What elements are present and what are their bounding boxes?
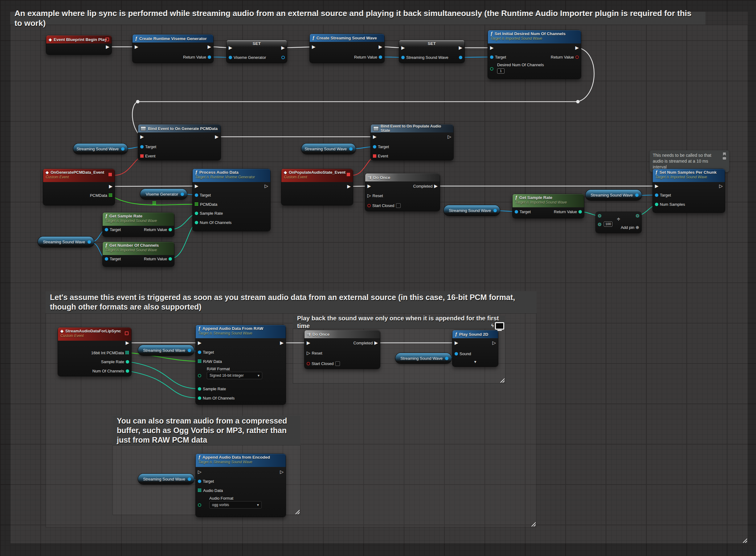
exec-out-pin[interactable]: ▶: [280, 340, 284, 346]
add-pin-button[interactable]: ⊕Add pin: [621, 224, 639, 231]
pin-return-value[interactable]: Return Value: [144, 256, 172, 262]
pin-sample-rate[interactable]: Sample Rate: [195, 210, 223, 216]
exec-out-pin[interactable]: ▶: [207, 44, 211, 50]
exec-in-pin[interactable]: ▶: [455, 340, 458, 346]
pin-target[interactable]: Target: [105, 227, 121, 233]
object-pin-icon[interactable]: [445, 357, 449, 360]
object-pin-icon[interactable]: [121, 147, 125, 151]
pin-raw-format[interactable]: [198, 373, 201, 379]
pin-num-samples[interactable]: Num Samples: [655, 201, 685, 207]
pin-target[interactable]: Target: [140, 143, 156, 150]
pin-raw-data[interactable]: RAW Data: [198, 358, 222, 364]
pin-num-of-channels[interactable]: Num Of Channels: [195, 219, 231, 225]
exec-in-pin[interactable]: ▶: [229, 45, 232, 51]
node-set-num-samples-per-chunk[interactable]: ƒSet Num Samples Per Chunk Target is Imp…: [653, 169, 725, 213]
exec-out-pin[interactable]: ▶: [347, 183, 351, 189]
pin-sample-rate[interactable]: Sample Rate: [198, 386, 226, 392]
variable-streaming-sound-wave[interactable]: Streaming Sound Wave: [301, 143, 356, 154]
divide-input-b-pin[interactable]: [598, 221, 601, 227]
pin-target[interactable]: Target: [105, 256, 121, 262]
exec-in-pin[interactable]: ▷: [198, 469, 202, 475]
raw-format-dropdown[interactable]: Signed 16-bit integer▾: [207, 372, 262, 379]
node-set-streaming-sound-wave[interactable]: SET ▶ ▶ Streaming Sound Wave: [399, 40, 464, 63]
object-pin-icon[interactable]: [635, 194, 638, 197]
node-streamaudiodataforlipsync-event[interactable]: ◈StreamAudioDataForLipSync Custom Event …: [58, 327, 131, 376]
divide-input-a-pin[interactable]: [598, 213, 601, 219]
exec-out-pin[interactable]: ▷: [719, 183, 723, 189]
pin-start-closed[interactable]: Start Closed: [367, 202, 401, 209]
pin-return-value[interactable]: Return Value: [183, 54, 211, 60]
exec-out-pin[interactable]: ▶: [379, 44, 382, 50]
node-process-audio-data[interactable]: ƒProcess Audio Data Target is Runtime Vi…: [193, 169, 270, 231]
blueprint-graph[interactable]: An example where lip sync is performed w…: [0, 0, 756, 556]
exec-in-pin[interactable]: ▶: [312, 44, 316, 50]
variable-streaming-sound-wave[interactable]: Streaming Sound Wave: [395, 353, 452, 363]
exec-in-pin[interactable]: ▶: [307, 340, 310, 346]
object-pin-icon[interactable]: [188, 478, 191, 481]
comment-bubble-icon[interactable]: [723, 157, 726, 160]
pin-sample-rate[interactable]: Sample Rate: [101, 358, 129, 365]
node-bind-event-on-generate-pcmdata[interactable]: Bind Event to On Generate PCMData ▶ ▶ Ta…: [138, 125, 221, 160]
node-append-audio-data-from-raw[interactable]: ƒAppend Audio Data From RAW Target is St…: [196, 325, 286, 405]
pin-target[interactable]: Target: [373, 143, 389, 150]
pin-start-closed[interactable]: Start Closed: [307, 360, 340, 367]
variable-streaming-sound-wave[interactable]: Streaming Sound Wave: [444, 205, 500, 216]
pin-return-value[interactable]: Return Value: [551, 54, 579, 60]
pin-streaming-sound-wave[interactable]: Streaming Sound Wave: [401, 54, 449, 60]
object-pin-icon[interactable]: [180, 193, 184, 196]
variable-streaming-sound-wave[interactable]: Streaming Sound Wave: [138, 474, 194, 484]
exec-out-pin[interactable]: ▶: [109, 183, 112, 189]
variable-streaming-sound-wave[interactable]: Streaming Sound Wave: [38, 237, 94, 247]
exec-in-pin[interactable]: ▶: [140, 134, 144, 140]
divide-output-pin[interactable]: [636, 213, 639, 219]
exec-out-pin[interactable]: ▶: [215, 134, 219, 140]
pin-target[interactable]: Target: [198, 349, 214, 355]
exec-out-pin[interactable]: ▷: [264, 183, 268, 189]
exec-in-pin[interactable]: ▶: [401, 45, 405, 51]
pin-desired-num-of-channels[interactable]: [490, 66, 493, 72]
delegate-pin[interactable]: [347, 173, 350, 176]
delegate-pin[interactable]: [108, 173, 112, 176]
pin-pcmdata[interactable]: PCMData: [195, 201, 217, 207]
node-get-sample-rate-right[interactable]: ƒGet Sample Rate Target is Imported Soun…: [513, 194, 584, 218]
pin-audio-data[interactable]: Audio Data: [198, 487, 223, 493]
node-divide[interactable]: ÷ 100 ⊕Add pin: [596, 212, 642, 233]
node-set-viseme-generator[interactable]: SET ▶ ▶ Viseme Generator: [227, 40, 287, 63]
exec-out-pin[interactable]: ▶: [106, 44, 109, 50]
exec-out-pin[interactable]: ▷: [448, 134, 451, 140]
exec-in-pin[interactable]: ▶: [655, 183, 659, 189]
pin-target[interactable]: Target: [515, 209, 531, 215]
pin-bubble-icon[interactable]: [723, 152, 726, 155]
divide-value-input[interactable]: 100: [604, 221, 613, 227]
pin-return-value[interactable]: Return Value: [144, 227, 172, 233]
exec-in-pin[interactable]: ▶: [135, 44, 138, 50]
exec-in-pin[interactable]: ▶: [198, 340, 202, 346]
exec-out-pin[interactable]: ▶: [125, 340, 129, 346]
node-set-initial-desired-num-of-channels[interactable]: ƒSet Initial Desired Num Of Channels Tar…: [488, 30, 581, 79]
variable-streaming-sound-wave[interactable]: Streaming Sound Wave: [138, 345, 194, 355]
pin-reset[interactable]: ▷Reset: [367, 193, 383, 199]
variable-viseme-generator[interactable]: Viseme Generator: [140, 189, 187, 199]
channels-value-input[interactable]: 1: [497, 68, 504, 74]
start-closed-checkbox[interactable]: [335, 361, 340, 366]
node-do-once-1[interactable]: ⇉Do Once ▶ ▶Completed ▷Reset Start Close…: [365, 173, 440, 211]
node-create-runtime-viseme-generator[interactable]: ƒCreate Runtime Viseme Generator ▶ ▶ Ret…: [133, 35, 213, 63]
variable-streaming-sound-wave[interactable]: Streaming Sound Wave: [73, 143, 128, 154]
pin-return-value[interactable]: Return Value: [354, 54, 382, 60]
pin-completed[interactable]: ▶Completed: [413, 183, 438, 189]
delegate-pin[interactable]: [125, 332, 129, 335]
pin-reset[interactable]: ▷Reset: [307, 350, 322, 356]
pin-num-of-channels[interactable]: Num Of Channels: [93, 368, 129, 374]
pin-16bit-int-pcmdata[interactable]: 16bit Int PCMData: [91, 350, 129, 356]
pin-target[interactable]: Target: [195, 192, 211, 198]
pin-output[interactable]: [282, 54, 285, 60]
delegate-pin[interactable]: [105, 38, 109, 41]
node-play-sound-2d[interactable]: ƒPlay Sound 2D ▶ ▷ Sound ▾: [453, 330, 498, 367]
exec-in-pin[interactable]: ▶: [373, 134, 376, 140]
pin-viseme-generator[interactable]: Viseme Generator: [229, 54, 266, 60]
node-do-once-2[interactable]: ⇉Do Once ▶ ▶Completed ▷Reset Start Close…: [304, 330, 380, 369]
object-pin-icon[interactable]: [349, 147, 353, 151]
audio-format-dropdown[interactable]: ogg vorbis▾: [209, 501, 262, 509]
exec-out-pin[interactable]: ▷: [492, 340, 496, 346]
node-create-streaming-sound-wave[interactable]: ƒCreate Streaming Sound Wave ▶ ▶ Return …: [310, 34, 384, 63]
